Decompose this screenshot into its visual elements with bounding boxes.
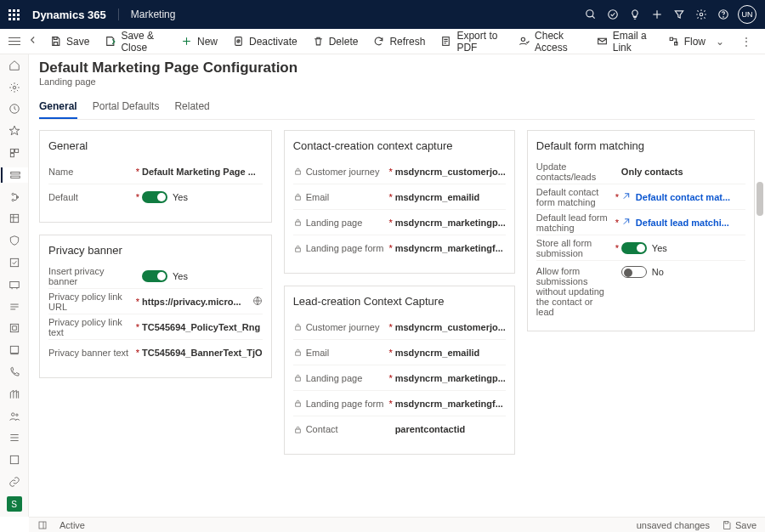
rail-shield-icon[interactable] <box>6 233 23 248</box>
svg-point-23 <box>12 193 14 195</box>
svg-rect-30 <box>10 347 18 354</box>
lightbulb-icon[interactable] <box>624 3 646 25</box>
svg-rect-39 <box>295 326 300 330</box>
rail-item-8[interactable] <box>6 212 23 227</box>
svg-point-16 <box>13 86 16 89</box>
rail-item-5[interactable] <box>6 145 23 161</box>
section-form-matching: Default form matching Update contacts/le… <box>527 130 755 331</box>
check-access-button[interactable]: Check Access <box>512 29 588 54</box>
tab-portal-defaults[interactable]: Portal Defaults <box>93 95 160 119</box>
status-bar: Active unsaved changes Save <box>29 517 765 532</box>
command-bar: Save Save & Close New Deactivate Delete … <box>0 29 765 54</box>
field-update-contacts[interactable]: Update contacts/leads Only contacts <box>536 159 745 184</box>
deactivate-icon <box>233 36 244 47</box>
tab-related[interactable]: Related <box>174 95 209 119</box>
rail-item-16[interactable] <box>6 387 23 402</box>
page-title: Default Marketing Page Configuration <box>39 59 755 76</box>
field-lead-matching[interactable]: Default lead form matching * Default lea… <box>536 210 745 235</box>
svg-rect-33 <box>10 456 18 464</box>
toggle-default[interactable] <box>142 191 167 203</box>
field-default[interactable]: Default * Yes <box>48 184 263 210</box>
task-icon[interactable] <box>602 3 624 25</box>
search-icon[interactable] <box>580 3 602 25</box>
field-row[interactable]: Landing page * msdyncrm_marketingp... <box>293 365 506 391</box>
lookup-icon <box>621 191 631 202</box>
field-name[interactable]: Name * Default Marketing Page ... <box>48 159 263 184</box>
save-close-button[interactable]: Save & Close <box>98 29 173 54</box>
field-privacy-url[interactable]: Privacy policy link URL * https://privac… <box>48 289 263 314</box>
required-indicator: * <box>133 167 142 177</box>
email-link-button[interactable]: Email a Link <box>590 29 660 54</box>
field-contact-matching[interactable]: Default contact form matching * Default … <box>536 184 745 210</box>
field-row[interactable]: Customer journey * msdyncrm_customerjo..… <box>293 314 506 340</box>
svg-rect-41 <box>295 377 300 381</box>
rail-item-11[interactable] <box>6 277 23 292</box>
rail-pinned-icon[interactable] <box>6 123 23 139</box>
field-allow-without-update[interactable]: Allow form submissions without updating … <box>536 261 745 319</box>
rail-item-7[interactable] <box>6 190 23 205</box>
field-row[interactable]: Customer journey * msdyncrm_customerjo..… <box>293 159 506 184</box>
toggle-allow[interactable] <box>621 266 647 278</box>
rail-item-14[interactable] <box>6 342 23 358</box>
svg-rect-27 <box>10 258 18 266</box>
field-row[interactable]: Email * msdyncrm_emailid <box>293 184 506 210</box>
rail-item-18[interactable] <box>6 431 23 446</box>
gear-icon[interactable] <box>690 3 712 25</box>
app-name[interactable]: Marketing <box>118 8 176 20</box>
save-button[interactable]: Save <box>43 29 96 54</box>
svg-rect-18 <box>10 149 14 152</box>
add-icon[interactable] <box>646 3 668 25</box>
field-privacy-text[interactable]: Privacy policy link text * TC545694_Poli… <box>48 314 263 340</box>
rail-people-icon[interactable] <box>6 409 23 424</box>
tab-general[interactable]: General <box>39 95 77 119</box>
field-row[interactable]: Landing page form * msdyncrm_marketingf.… <box>293 391 506 416</box>
field-insert-banner[interactable]: Insert privacy banner Yes <box>48 263 263 289</box>
form-tabs: General Portal Defaults Related <box>39 95 755 120</box>
rail-item-12[interactable] <box>6 299 23 314</box>
toggle-insert-banner[interactable] <box>142 270 167 282</box>
flow-button[interactable]: Flow⌄ <box>661 29 731 54</box>
svg-rect-40 <box>295 352 300 355</box>
lookup-icon <box>621 217 631 228</box>
globe-icon[interactable] <box>252 296 263 308</box>
svg-point-24 <box>12 199 14 201</box>
sitemap-toggle-icon[interactable] <box>7 37 23 45</box>
rail-item-13[interactable] <box>6 321 23 337</box>
svg-point-14 <box>521 37 524 41</box>
app-launcher-icon[interactable] <box>8 9 22 20</box>
delete-button[interactable]: Delete <box>306 29 366 54</box>
svg-rect-43 <box>295 429 300 433</box>
rail-item-active[interactable] <box>1 167 28 183</box>
toggle-store[interactable] <box>621 242 647 254</box>
field-row[interactable]: Email * msdyncrm_emailid <box>293 340 506 365</box>
export-pdf-button[interactable]: Export to PDF <box>434 29 510 54</box>
status-save-button[interactable]: Save <box>722 520 756 530</box>
back-button[interactable] <box>25 34 42 48</box>
rail-item-10[interactable] <box>6 255 23 270</box>
scrollbar-thumb[interactable] <box>756 182 763 216</box>
rail-gear-icon[interactable] <box>6 80 23 95</box>
field-row[interactable]: Landing page * msdyncrm_marketingp... <box>293 210 506 235</box>
rail-recent-icon[interactable] <box>6 102 23 117</box>
filter-icon[interactable] <box>668 3 690 25</box>
open-pane-icon[interactable] <box>37 520 48 530</box>
field-row[interactable]: Contact parentcontactid <box>293 416 506 442</box>
new-button[interactable]: New <box>174 29 224 54</box>
field-banner-text[interactable]: Privacy banner text * TC545694_BannerTex… <box>48 340 263 365</box>
deactivate-button[interactable]: Deactivate <box>226 29 304 54</box>
rail-phone-icon[interactable] <box>6 365 23 380</box>
refresh-button[interactable]: Refresh <box>366 29 432 54</box>
overflow-menu-icon[interactable]: ⋮ <box>734 36 758 48</box>
rail-home-icon[interactable] <box>6 58 23 73</box>
rail-item-19[interactable] <box>6 452 23 467</box>
svg-rect-36 <box>295 196 300 200</box>
field-row[interactable]: Landing page form * msdyncrm_marketingf.… <box>293 235 506 261</box>
help-icon[interactable] <box>712 3 734 25</box>
rail-link-icon[interactable] <box>6 474 23 490</box>
svg-rect-44 <box>39 522 46 529</box>
svg-point-7 <box>723 17 724 18</box>
rail-bottom-selector[interactable]: S <box>6 496 23 512</box>
chevron-down-icon: ⌄ <box>716 36 724 48</box>
field-store-submission[interactable]: Store all form submission * Yes <box>536 235 745 261</box>
avatar[interactable]: UN <box>738 5 756 24</box>
